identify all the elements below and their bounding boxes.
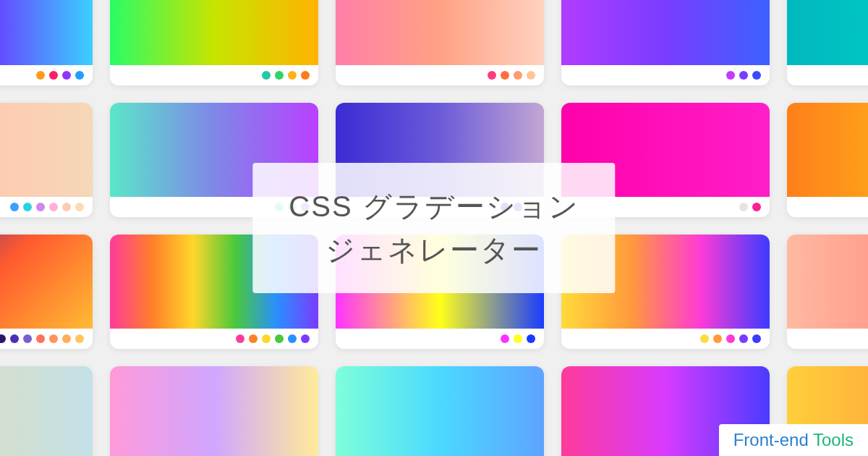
color-dot[interactable] [527,71,535,80]
color-dots-row [336,329,544,349]
gradient-card[interactable] [110,366,318,456]
color-dots-row [561,65,770,85]
gradient-card[interactable] [336,366,544,456]
color-dot[interactable] [726,71,735,80]
color-dot[interactable] [62,334,71,343]
color-dot[interactable] [262,71,271,80]
color-dot[interactable] [301,334,310,343]
gradient-swatch [110,0,318,65]
gradient-card[interactable] [787,0,868,85]
color-dots-row [787,329,868,349]
gradient-swatch [110,366,318,456]
color-dot[interactable] [700,334,709,343]
color-dot[interactable] [752,203,761,211]
color-dots-row [0,197,93,217]
color-dot[interactable] [275,334,284,343]
color-dot[interactable] [752,71,761,80]
color-dot[interactable] [23,203,32,211]
color-dot[interactable] [262,334,271,343]
color-dot[interactable] [36,203,45,211]
title-overlay: CSS グラデーション ジェネレーター [252,163,615,293]
color-dot[interactable] [514,334,522,343]
gradient-card[interactable] [0,235,93,349]
title-line-1: CSS グラデーション [289,190,579,222]
color-dots-row [110,329,318,349]
gradient-card[interactable] [0,366,93,456]
color-dot[interactable] [36,334,45,343]
brand-part-1: Front-end [733,430,813,449]
color-dot[interactable] [739,71,748,80]
gradient-card[interactable] [561,0,770,85]
gradient-card[interactable] [787,235,868,349]
color-dot[interactable] [49,71,58,80]
color-dot[interactable] [62,71,71,80]
color-dots-row [787,65,868,85]
gradient-swatch [561,0,770,65]
color-dot[interactable] [501,71,509,80]
color-dot[interactable] [275,71,284,80]
gradient-swatch [0,0,93,65]
color-dot[interactable] [301,71,310,80]
color-dot[interactable] [713,334,722,343]
color-dot[interactable] [75,334,84,343]
color-dots-row [110,65,318,85]
gradient-swatch [336,366,544,456]
color-dot[interactable] [739,203,748,211]
title-line-2: ジェネレーター [326,234,542,266]
color-dot[interactable] [488,71,496,80]
color-dot[interactable] [501,334,509,343]
gradient-swatch [336,0,544,65]
color-dot[interactable] [49,334,58,343]
color-dot[interactable] [0,334,6,343]
gradient-card[interactable] [0,0,93,85]
color-dot[interactable] [514,71,522,80]
color-dot[interactable] [23,334,32,343]
gradient-swatch [0,235,93,329]
gradient-card[interactable] [787,103,868,217]
color-dots-row [0,329,93,349]
color-dot[interactable] [49,203,58,211]
color-dots-row [0,65,93,85]
page-title: CSS グラデーション ジェネレーター [289,185,579,271]
color-dot[interactable] [739,334,748,343]
color-dot[interactable] [10,203,19,211]
brand-part-2: Tools [813,430,854,449]
brand-badge: Front-end Tools [719,424,868,456]
color-dots-row [787,197,868,217]
color-dot[interactable] [752,334,761,343]
gradient-swatch [787,235,868,329]
color-dot[interactable] [36,71,45,80]
gradient-swatch [787,103,868,197]
color-dot[interactable] [527,334,535,343]
color-dot[interactable] [236,334,244,343]
gradient-card[interactable] [0,103,93,217]
color-dot[interactable] [288,334,297,343]
gradient-card[interactable] [110,0,318,85]
gradient-swatch [0,103,93,197]
gradient-card[interactable] [336,0,544,85]
color-dot[interactable] [249,334,258,343]
color-dot[interactable] [288,71,297,80]
color-dots-row [336,65,544,85]
color-dot[interactable] [75,71,84,80]
gradient-swatch [787,0,868,65]
color-dot[interactable] [75,203,84,211]
color-dot[interactable] [10,334,19,343]
color-dots-row [561,329,770,349]
color-dot[interactable] [726,334,735,343]
gradient-swatch [0,366,93,456]
color-dot[interactable] [62,203,71,211]
